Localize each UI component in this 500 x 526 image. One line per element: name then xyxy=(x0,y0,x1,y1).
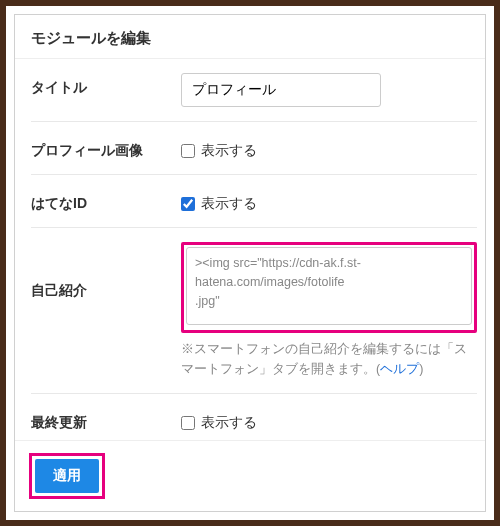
row-self-intro: 自己紹介 ><img src="https://cdn-ak.f.st-hate… xyxy=(31,228,477,394)
apply-button[interactable]: 適用 xyxy=(35,459,99,493)
apply-button-highlight: 適用 xyxy=(29,453,105,499)
self-intro-hint: ※スマートフォンの自己紹介を編集するには「スマートフォン」タブを開きます。(ヘル… xyxy=(181,339,477,379)
control-profile-image: 表示する xyxy=(181,136,477,160)
self-intro-textarea[interactable]: ><img src="https://cdn-ak.f.st-hatena.co… xyxy=(186,247,472,325)
profile-image-checkbox[interactable] xyxy=(181,144,195,158)
title-input[interactable] xyxy=(181,73,381,107)
row-title: タイトル xyxy=(31,59,477,122)
last-updated-checkbox-label: 表示する xyxy=(201,414,257,432)
control-last-updated: 表示する xyxy=(181,408,477,432)
help-link[interactable]: ヘルプ xyxy=(380,362,419,376)
control-self-intro: ><img src="https://cdn-ak.f.st-hatena.co… xyxy=(181,242,477,379)
hatena-id-checkbox-wrap[interactable]: 表示する xyxy=(181,195,257,213)
dialog-footer: 適用 xyxy=(15,440,485,511)
label-title: タイトル xyxy=(31,73,181,97)
row-hatena-id: はてなID 表示する xyxy=(31,175,477,228)
hint-suffix: ) xyxy=(419,362,423,376)
dialog-body[interactable]: タイトル プロフィール画像 表示する はてなID xyxy=(15,58,485,440)
hint-prefix: ※スマートフォンの自己紹介を編集するには「スマートフォン」タブを開きます。( xyxy=(181,342,467,376)
hatena-id-checkbox-label: 表示する xyxy=(201,195,257,213)
label-last-updated: 最終更新 xyxy=(31,408,181,432)
profile-image-checkbox-wrap[interactable]: 表示する xyxy=(181,142,257,160)
dialog-title: モジュールを編集 xyxy=(15,15,485,58)
last-updated-checkbox[interactable] xyxy=(181,416,195,430)
label-profile-image: プロフィール画像 xyxy=(31,136,181,160)
hatena-id-checkbox[interactable] xyxy=(181,197,195,211)
self-intro-highlight: ><img src="https://cdn-ak.f.st-hatena.co… xyxy=(181,242,477,333)
module-edit-dialog: モジュールを編集 タイトル プロフィール画像 表示する はてなID xyxy=(14,14,486,512)
row-profile-image: プロフィール画像 表示する xyxy=(31,122,477,175)
last-updated-checkbox-wrap[interactable]: 表示する xyxy=(181,414,257,432)
annotation-frame: モジュールを編集 タイトル プロフィール画像 表示する はてなID xyxy=(0,0,500,526)
profile-image-checkbox-label: 表示する xyxy=(201,142,257,160)
control-hatena-id: 表示する xyxy=(181,189,477,213)
row-last-updated: 最終更新 表示する xyxy=(31,394,477,440)
label-hatena-id: はてなID xyxy=(31,189,181,213)
label-self-intro: 自己紹介 xyxy=(31,242,181,300)
control-title xyxy=(181,73,477,107)
